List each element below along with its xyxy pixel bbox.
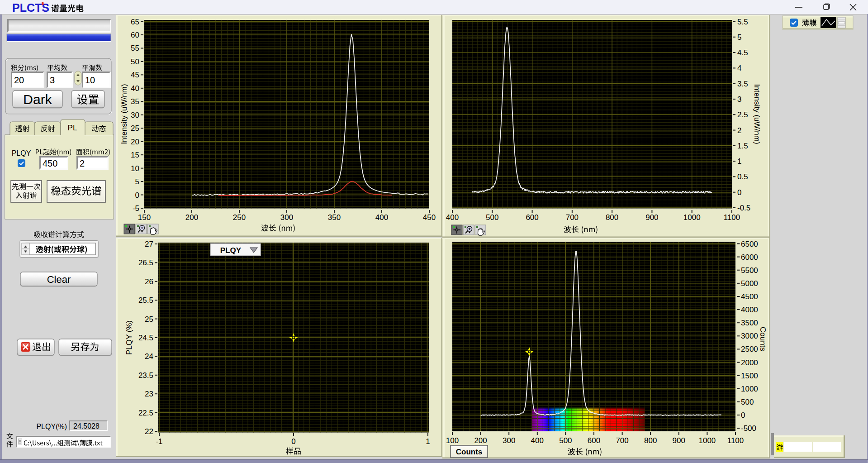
- svg-text:4: 4: [737, 64, 741, 72]
- svg-text:20: 20: [14, 75, 24, 85]
- svg-text:25: 25: [145, 315, 153, 324]
- svg-text:PLQY: PLQY: [12, 149, 31, 157]
- svg-text:26: 26: [145, 277, 153, 286]
- svg-text:6000: 6000: [741, 253, 758, 262]
- svg-text:1: 1: [426, 437, 430, 446]
- svg-text:5: 5: [737, 33, 741, 42]
- svg-text:26.5: 26.5: [138, 258, 153, 267]
- svg-text:24: 24: [145, 352, 153, 361]
- svg-text:3000: 3000: [741, 332, 758, 340]
- svg-text:450: 450: [43, 158, 57, 168]
- svg-text:Dark: Dark: [23, 92, 52, 107]
- svg-text:PLQY(%): PLQY(%): [36, 423, 67, 430]
- svg-text:300: 300: [280, 213, 293, 222]
- svg-text:24.5028: 24.5028: [73, 422, 100, 430]
- svg-text:PLCTS: PLCTS: [12, 1, 49, 14]
- svg-text:Counts: Counts: [759, 327, 767, 351]
- svg-text:500: 500: [741, 398, 754, 406]
- svg-text:55: 55: [131, 44, 139, 53]
- svg-text:PLQY (%): PLQY (%): [125, 320, 133, 355]
- svg-text:0: 0: [135, 191, 139, 200]
- svg-text:-1: -1: [156, 437, 162, 446]
- svg-text:900: 900: [673, 436, 685, 445]
- svg-text:-0.5: -0.5: [737, 204, 750, 212]
- svg-text:2: 2: [737, 126, 741, 135]
- svg-text:PL: PL: [68, 124, 77, 132]
- svg-text:45: 45: [131, 71, 139, 79]
- svg-text:200: 200: [185, 213, 198, 222]
- svg-text:900: 900: [645, 213, 658, 222]
- svg-text:22.5: 22.5: [138, 409, 153, 417]
- svg-text:Intensity (uW/nm): Intensity (uW/nm): [120, 84, 128, 144]
- svg-text:700: 700: [616, 436, 628, 445]
- svg-text:25.5: 25.5: [138, 296, 153, 305]
- svg-text:100: 100: [446, 436, 459, 445]
- svg-text:2: 2: [80, 158, 85, 168]
- svg-text:30: 30: [131, 111, 139, 119]
- svg-text:5500: 5500: [741, 266, 758, 275]
- svg-text:450: 450: [423, 213, 436, 222]
- svg-text:50: 50: [131, 57, 139, 66]
- svg-text:3: 3: [50, 75, 55, 85]
- svg-text:0: 0: [741, 411, 745, 420]
- svg-text:0: 0: [291, 437, 295, 446]
- svg-text:40: 40: [131, 84, 139, 93]
- svg-text:2.5: 2.5: [737, 110, 748, 119]
- svg-text:3.5: 3.5: [737, 80, 748, 88]
- svg-text:700: 700: [566, 213, 579, 222]
- svg-text:10: 10: [131, 164, 139, 173]
- svg-text:35: 35: [131, 97, 139, 106]
- svg-text:PLQY: PLQY: [220, 246, 242, 255]
- svg-text:0.5: 0.5: [737, 172, 748, 181]
- svg-text:27: 27: [145, 240, 153, 248]
- svg-text:-500: -500: [741, 424, 756, 433]
- svg-text:0: 0: [737, 188, 741, 197]
- svg-text:5: 5: [135, 177, 139, 186]
- svg-text:22: 22: [145, 427, 153, 436]
- svg-text:1: 1: [737, 157, 741, 166]
- svg-text:500: 500: [486, 213, 498, 222]
- svg-text:1100: 1100: [727, 436, 744, 445]
- svg-text:23: 23: [145, 390, 153, 398]
- svg-text:3: 3: [737, 95, 741, 104]
- svg-text:250: 250: [233, 213, 246, 222]
- svg-text:10: 10: [85, 75, 95, 85]
- svg-text:600: 600: [526, 213, 538, 222]
- svg-text:25: 25: [131, 124, 139, 133]
- svg-text:600: 600: [588, 436, 600, 445]
- svg-text:Intensity (uW/nm): Intensity (uW/nm): [753, 84, 761, 144]
- svg-text:800: 800: [644, 436, 657, 445]
- svg-text:400: 400: [446, 213, 459, 222]
- svg-text:200: 200: [474, 436, 487, 445]
- svg-text:Clear: Clear: [47, 274, 71, 285]
- svg-text:5.5: 5.5: [737, 18, 748, 26]
- svg-text:4000: 4000: [741, 305, 758, 314]
- svg-text:1000: 1000: [698, 436, 716, 445]
- svg-text:15: 15: [131, 151, 139, 159]
- svg-text:65: 65: [131, 18, 139, 26]
- svg-text:3500: 3500: [741, 319, 758, 327]
- svg-text:4500: 4500: [741, 292, 758, 301]
- svg-text:1.5: 1.5: [737, 142, 748, 150]
- svg-text:2000: 2000: [741, 358, 758, 367]
- svg-text:1500: 1500: [741, 372, 758, 380]
- svg-text:5000: 5000: [741, 279, 758, 288]
- svg-text:2500: 2500: [741, 345, 758, 353]
- svg-text:500: 500: [559, 436, 572, 445]
- svg-text:1000: 1000: [683, 213, 701, 222]
- svg-text:4.5: 4.5: [737, 48, 748, 57]
- svg-text:1100: 1100: [724, 213, 740, 222]
- svg-text:24.5: 24.5: [138, 334, 153, 342]
- svg-text:400: 400: [375, 213, 388, 222]
- svg-text:Counts: Counts: [456, 448, 483, 456]
- svg-text:800: 800: [606, 213, 618, 222]
- svg-text:350: 350: [328, 213, 341, 222]
- svg-text:400: 400: [531, 436, 544, 445]
- svg-text:150: 150: [138, 213, 151, 222]
- svg-text:300: 300: [503, 436, 515, 445]
- svg-text:-5: -5: [133, 204, 139, 213]
- svg-text:1000: 1000: [741, 385, 758, 393]
- svg-text:60: 60: [131, 31, 139, 39]
- svg-text:6500: 6500: [741, 240, 758, 248]
- svg-text:20: 20: [131, 138, 139, 146]
